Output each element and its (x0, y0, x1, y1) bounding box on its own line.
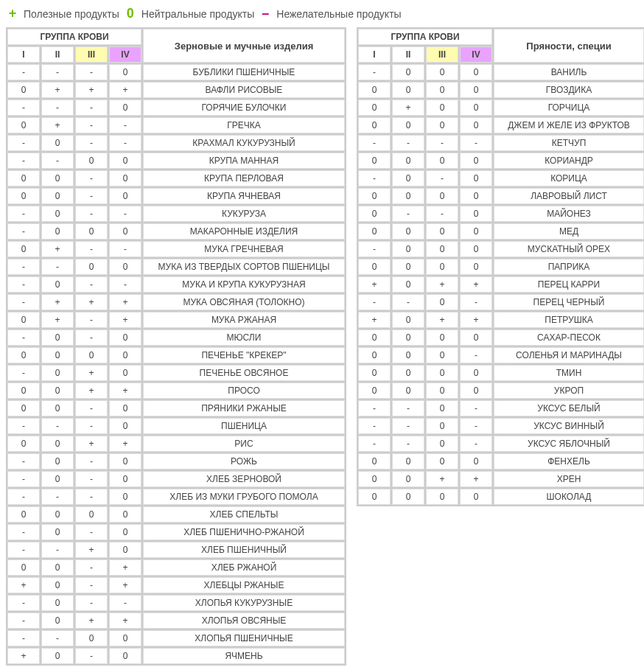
table-row: ----КЕТЧУП (358, 135, 644, 151)
table-row: 00++ПРОСО (7, 383, 345, 399)
table-row: 0--0МАЙОНЕЗ (358, 206, 644, 222)
table-row: 000-СОЛЕНЬЯ И МАРИНАДЫ (358, 347, 644, 363)
table-row: +0++ПЕТРУШКА (358, 312, 644, 328)
value-cell: - (75, 400, 108, 416)
value-cell: - (75, 329, 108, 346)
value-cell: 0 (109, 64, 141, 80)
value-cell: - (7, 489, 40, 505)
value-cell: 0 (392, 365, 424, 381)
product-name: КОРИАНДР (494, 153, 644, 169)
table-row: -000МУСКАТНЫЙ ОРЕХ (358, 241, 644, 257)
product-name: ГРЕЧКА (143, 117, 345, 133)
value-cell: + (460, 471, 492, 487)
value-cell: 0 (392, 453, 424, 470)
product-name: КРУПА ПЕРЛОВАЯ (143, 170, 345, 186)
value-cell: + (75, 613, 108, 629)
table-row: ---0ХЛЕБ ИЗ МУКИ ГРУБОГО ПОМОЛА (7, 489, 345, 505)
table-row: -000МАКАРОННЫЕ ИЗДЕЛИЯ (7, 223, 345, 240)
value-cell: 0 (7, 312, 40, 328)
value-cell: - (358, 418, 391, 434)
value-cell: + (7, 577, 40, 593)
value-cell: - (75, 418, 108, 434)
value-cell: - (358, 135, 391, 151)
product-name: КЕТЧУП (494, 135, 644, 151)
value-cell: 0 (41, 206, 74, 222)
product-name: ВАФЛИ РИСОВЫЕ (143, 82, 345, 98)
value-cell: - (41, 259, 74, 275)
value-cell: 0 (41, 524, 74, 540)
product-name: МУСКАТНЫЙ ОРЕХ (494, 241, 644, 257)
product-name: ХЛЕБ ПШЕНИЧНО-РЖАНОЙ (143, 524, 345, 540)
value-cell: 0 (41, 648, 74, 664)
product-name: КРУПА МАННАЯ (143, 153, 345, 169)
table-row: --00МУКА ИЗ ТВЕРДЫХ СОРТОВ ПШЕНИЦЫ (7, 259, 345, 275)
value-cell: - (7, 595, 40, 611)
value-cell: 0 (358, 82, 391, 98)
value-cell: 0 (75, 506, 108, 523)
value-cell: - (460, 436, 492, 452)
value-cell: - (109, 276, 141, 293)
value-cell: 0 (41, 471, 74, 487)
right-table: ГРУППА КРОВИ Пряности, специи I II III I… (357, 27, 644, 506)
value-cell: 0 (392, 383, 424, 399)
table-row: -+++МУКА ОВСЯНАЯ (ТОЛОКНО) (7, 294, 345, 310)
value-cell: + (75, 383, 108, 399)
product-name: МУКА ГРЕЧНЕВАЯ (143, 241, 345, 257)
value-cell: - (358, 64, 391, 80)
value-cell: 0 (109, 365, 141, 381)
value-cell: 0 (41, 559, 74, 576)
value-cell: 0 (75, 259, 108, 275)
value-cell: + (460, 276, 492, 293)
value-cell: - (358, 241, 391, 257)
value-cell: 0 (41, 365, 74, 381)
table-row: 0+00ГОРЧИЦА (358, 100, 644, 116)
value-cell: 0 (109, 524, 141, 540)
tables-container: ГРУППА КРОВИ Зерновые и мучные изделия I… (6, 27, 644, 666)
product-name: МАКАРОННЫЕ ИЗДЕЛИЯ (143, 223, 345, 240)
value-cell: - (7, 294, 40, 310)
product-name: ЛАВРОВЫЙ ЛИСТ (494, 188, 644, 204)
value-cell: + (109, 577, 141, 593)
value-cell: - (392, 436, 424, 452)
product-name: ВАНИЛЬ (494, 64, 644, 80)
table-row: 0000ПАПРИКА (358, 259, 644, 275)
table-row: ---0БУБЛИКИ ПШЕНИЧНЫЕ (7, 64, 345, 80)
value-cell: 0 (109, 170, 141, 186)
value-cell: - (109, 206, 141, 222)
table-row: 0000ДЖЕМ И ЖЕЛЕ ИЗ ФРУКТОВ (358, 117, 644, 133)
value-cell: + (392, 100, 424, 116)
value-cell: - (7, 471, 40, 487)
legend-minus-label: Нежелательные продукты (276, 8, 401, 20)
product-name: ХЛЕБ ПШЕНИЧНЫЙ (143, 542, 345, 558)
product-name: ЯЧМЕНЬ (143, 648, 345, 664)
table-row: +0-0ЯЧМЕНЬ (7, 648, 345, 664)
value-cell: + (41, 82, 74, 98)
product-name: ПРЯНИКИ РЖАНЫЕ (143, 400, 345, 416)
value-cell: 0 (426, 153, 458, 169)
value-cell: - (75, 577, 108, 593)
value-cell: - (7, 206, 40, 222)
product-name: ГОРЧИЦА (494, 100, 644, 116)
value-cell: 0 (75, 223, 108, 240)
value-cell: 0 (426, 241, 458, 257)
value-cell: - (75, 206, 108, 222)
product-name: КРАХМАЛ КУКУРУЗНЫЙ (143, 135, 345, 151)
table-row: 00-0КРУПА ЯЧНЕВАЯ (7, 188, 345, 204)
value-cell: 0 (460, 188, 492, 204)
value-cell: 0 (392, 117, 424, 133)
value-cell: - (41, 542, 74, 558)
value-cell: 0 (426, 188, 458, 204)
value-cell: 0 (41, 506, 74, 523)
product-name: ХЛОПЬЯ ПШЕНИЧНЫЕ (143, 630, 345, 646)
product-name: УКСУС ВИННЫЙ (494, 418, 644, 434)
value-cell: 0 (460, 100, 492, 116)
product-name: ХЛЕБЦЫ РЖАНЫЕ (143, 577, 345, 593)
value-cell: + (109, 312, 141, 328)
value-cell: - (460, 400, 492, 416)
value-cell: - (7, 100, 40, 116)
value-cell: 0 (41, 577, 74, 593)
value-cell: 0 (41, 329, 74, 346)
product-name: ХЛЕБ ИЗ МУКИ ГРУБОГО ПОМОЛА (143, 489, 345, 505)
left-col-ii: II (41, 46, 74, 63)
value-cell: - (41, 153, 74, 169)
